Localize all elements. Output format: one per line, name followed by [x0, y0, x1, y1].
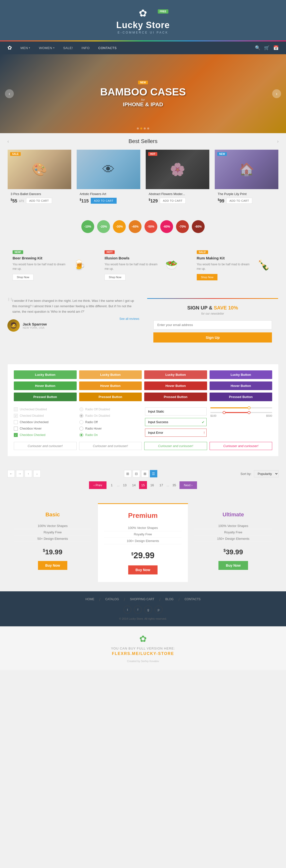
radio-circle[interactable] — [80, 433, 83, 437]
nav-up-button[interactable]: ↑ — [25, 470, 32, 477]
nav-next-button[interactable]: → — [16, 470, 24, 477]
footer-link-cart[interactable]: SHOPPING CART — [130, 597, 154, 602]
view-grid-small-button[interactable]: ⊠ — [141, 470, 149, 477]
page-number-1[interactable]: 1 — [108, 481, 116, 489]
unchecked-checkbox[interactable]: Checkbox Unchecked — [14, 420, 76, 424]
checkbox-box[interactable]: ✓ — [14, 433, 18, 437]
see-all-reviews-link[interactable]: See all reviews — [119, 316, 139, 321]
radio-circle[interactable] — [80, 427, 83, 431]
add-to-cart-button[interactable]: ADD TO CART — [160, 198, 186, 204]
lucky-button-purple[interactable]: Lucky Button — [210, 370, 273, 379]
cart-icon[interactable]: 🛒 — [264, 45, 269, 51]
radio-on[interactable]: Radio On — [80, 433, 141, 437]
discount-badge[interactable]: -50% — [145, 220, 157, 233]
discount-badge[interactable]: -70% — [176, 220, 189, 233]
search-icon[interactable]: 🔍 — [255, 45, 260, 51]
page-number-16[interactable]: 16 — [148, 481, 156, 489]
buy-now-button-ultimate[interactable]: Buy Now — [218, 561, 248, 570]
discount-badge[interactable]: -10% — [82, 220, 94, 233]
page-number-14[interactable]: 14 — [130, 481, 138, 489]
hero-dot-2[interactable] — [140, 127, 142, 129]
nav-item-men[interactable]: MEN ▾ — [17, 41, 34, 54]
add-to-cart-button[interactable]: ADD TO CART — [26, 198, 52, 204]
promo-link[interactable]: FLEXRS.ME/LUCKY-STORE — [7, 651, 279, 656]
shop-now-button[interactable]: Shop Now — [197, 274, 218, 280]
checkbox-box[interactable] — [14, 427, 18, 431]
lucky-button-green[interactable]: Lucky Button — [14, 370, 77, 379]
slider-thumb-max[interactable] — [248, 411, 251, 414]
hover-button-green[interactable]: Hover Button — [14, 381, 77, 390]
signup-button[interactable]: Sign Up — [153, 332, 272, 342]
shop-now-button[interactable]: Shop Now — [104, 274, 126, 280]
input-success[interactable] — [145, 418, 207, 426]
google-plus-icon[interactable]: g — [144, 606, 152, 614]
outline-button-3[interactable]: Curiouser and curiouser! — [144, 442, 207, 450]
outline-button-4[interactable]: Curiouser and curiouser! — [210, 442, 273, 450]
hover-button-orange[interactable]: Hover Button — [79, 381, 142, 390]
add-to-cart-button[interactable]: ADD TO CART — [226, 198, 252, 204]
outline-button-1[interactable]: Curiouser and curiouser! — [14, 442, 77, 450]
discount-badge[interactable]: -20% — [97, 220, 110, 233]
email-field[interactable] — [153, 320, 272, 330]
radio-hover[interactable]: Radio Hover — [80, 427, 141, 431]
page-number-17[interactable]: 17 — [157, 481, 165, 489]
slider-track[interactable] — [210, 412, 272, 413]
buy-now-button-basic[interactable]: Buy Now — [38, 561, 68, 570]
view-grid-large-button[interactable]: ⊞ — [124, 470, 131, 477]
hover-button-purple[interactable]: Hover Button — [210, 381, 273, 390]
pinterest-icon[interactable]: p — [155, 606, 162, 614]
page-number-13[interactable]: 13 — [121, 481, 129, 489]
nav-item-sale[interactable]: SALE! — [59, 41, 76, 54]
pressed-button-red[interactable]: Pressed Button — [144, 393, 207, 401]
lucky-button-orange[interactable]: Lucky Button — [79, 370, 142, 379]
checked-checkbox[interactable]: ✓ Checkbox Checked — [14, 433, 76, 437]
shop-now-button[interactable]: Shop Now — [12, 274, 34, 280]
twitter-icon[interactable]: t — [124, 606, 131, 614]
nav-item-contacts[interactable]: CONTACTS — [95, 41, 121, 54]
pressed-button-purple[interactable]: Pressed Button — [210, 393, 273, 401]
footer-link-contacts[interactable]: CONTACTS — [184, 597, 200, 602]
nav-down-button[interactable]: ↓ — [33, 470, 41, 477]
slider-track[interactable] — [210, 407, 272, 408]
hero-dot-3[interactable] — [144, 127, 146, 129]
nav-item-women[interactable]: WOMEN ▾ — [35, 41, 58, 54]
discount-badge[interactable]: -30% — [113, 220, 126, 233]
discount-badge[interactable]: -60% — [160, 220, 173, 233]
hover-button-red[interactable]: Hover Button — [144, 381, 207, 390]
footer-link-home[interactable]: HOME — [86, 597, 94, 602]
footer-link-catalog[interactable]: CATALOG — [105, 597, 119, 602]
radio-off[interactable]: Radio Off — [80, 420, 141, 424]
hero-next-button[interactable]: › — [272, 89, 281, 98]
prev-button[interactable]: ‹ Prev — [89, 482, 106, 489]
nav-item-info[interactable]: INFO — [78, 41, 93, 54]
hero-dot-4[interactable] — [147, 127, 149, 129]
buy-now-button-premium[interactable]: Buy Now — [128, 565, 158, 575]
hover-checkbox[interactable]: Checkbox Hover — [14, 427, 76, 431]
input-error[interactable] — [145, 429, 207, 437]
footer-link-blog[interactable]: BLOG — [165, 597, 173, 602]
sort-select[interactable]: Popularity — [254, 470, 279, 477]
discount-badge[interactable]: -80% — [192, 220, 204, 233]
view-list-button[interactable]: ☰ — [150, 470, 157, 477]
outline-button-2[interactable]: Curiouser and curiouser! — [79, 442, 142, 450]
nav-prev-button[interactable]: ← — [7, 470, 15, 477]
hero-dot-1[interactable] — [137, 127, 139, 129]
pressed-button-green[interactable]: Pressed Button — [14, 393, 77, 401]
view-grid-medium-button[interactable]: ⊟ — [133, 470, 140, 477]
best-sellers-next-button[interactable]: › — [277, 139, 279, 144]
hero-prev-button[interactable]: ‹ — [5, 89, 14, 98]
add-to-cart-button[interactable]: ADD TO CART — [91, 198, 117, 204]
lucky-button-red[interactable]: Lucky Button — [144, 370, 207, 379]
calendar-icon[interactable]: 📅 — [273, 45, 279, 51]
slider-thumb[interactable] — [248, 406, 251, 409]
discount-badge[interactable]: -40% — [129, 220, 141, 233]
input-static[interactable] — [145, 407, 207, 415]
radio-circle[interactable] — [80, 420, 83, 424]
page-number-35[interactable]: 35 — [170, 481, 178, 489]
facebook-icon[interactable]: f — [134, 606, 142, 614]
pressed-button-orange[interactable]: Pressed Button — [79, 393, 142, 401]
next-button[interactable]: Next › — [180, 482, 197, 489]
page-number-15[interactable]: 15 — [139, 481, 147, 489]
checkbox-box[interactable] — [14, 420, 18, 424]
best-sellers-prev-button[interactable]: ‹ — [7, 139, 9, 144]
